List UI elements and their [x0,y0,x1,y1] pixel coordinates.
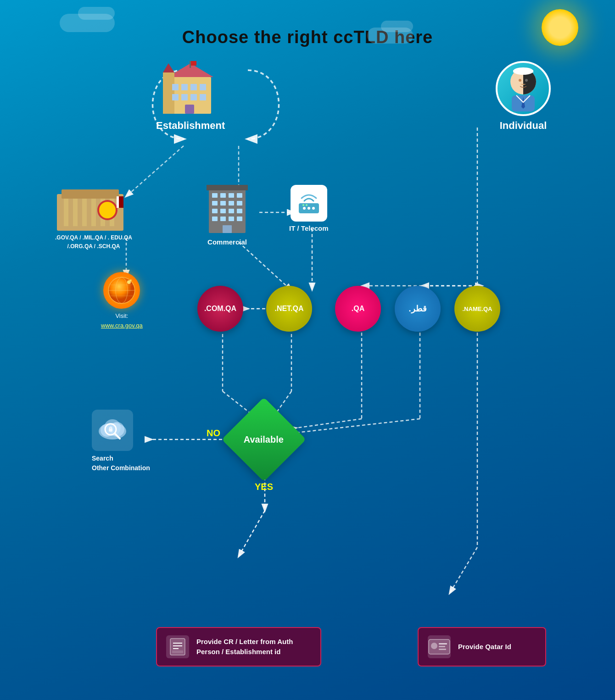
svg-rect-78 [229,209,234,213]
svg-rect-36 [185,105,194,114]
search-cloud-icon [94,412,131,449]
svg-rect-48 [64,199,68,226]
svg-rect-57 [117,196,119,208]
qid-box-text: Provide Qatar Id [458,642,511,652]
svg-rect-38 [191,61,196,66]
svg-rect-26 [163,72,174,114]
it-telecom-label: IT / Telecom [289,224,329,232]
globe-visit-label: Visit: www.cra.gov.qa [101,311,143,331]
svg-rect-34 [190,94,197,100]
svg-rect-75 [237,201,242,206]
svg-point-86 [303,207,306,210]
svg-rect-83 [237,217,242,221]
svg-rect-76 [212,209,218,213]
svg-point-87 [308,207,310,210]
it-telecom-node: IT / Telecom [289,185,329,232]
person-icon [500,66,546,111]
wifi-router-icon [295,189,323,217]
commercial-node: Commercial [207,185,248,246]
svg-point-55 [99,202,116,218]
yes-label: YES [255,482,273,492]
flowchart-diagram: Establishment [55,61,560,694]
flowchart-lines [55,61,560,694]
it-icon-box [291,185,327,222]
svg-rect-68 [212,193,218,198]
establishment-node: Establishment [156,61,225,132]
svg-line-20 [450,547,477,593]
qid-icon [428,635,451,658]
qa-node[interactable]: .QA [335,286,381,332]
svg-rect-51 [91,199,96,226]
individual-label: Individual [500,120,547,132]
sun-decoration [542,9,578,46]
svg-rect-80 [212,217,218,221]
action-cr-box: Provide CR / Letter from Auth Person / E… [156,627,321,667]
svg-point-45 [525,79,528,82]
svg-rect-107 [439,646,445,647]
com-qa-circle[interactable]: .COM.QA [197,286,243,332]
no-label: NO [207,428,220,439]
search-icon-box [92,410,133,451]
svg-point-44 [519,79,521,82]
qatar-circle[interactable]: .قطر [395,286,441,332]
svg-rect-35 [200,94,206,100]
svg-point-89 [302,204,304,206]
svg-rect-106 [439,643,447,644]
building-icon [161,61,220,116]
commercial-label: Commercial [207,238,247,246]
qatar-node[interactable]: .قطر [395,286,441,332]
svg-rect-71 [237,193,242,198]
net-qa-circle[interactable]: .NET.QA [266,286,312,332]
document-icon-svg [168,638,187,656]
svg-rect-72 [212,201,218,206]
svg-rect-70 [229,193,234,198]
svg-rect-33 [181,94,188,100]
svg-rect-82 [229,217,234,221]
svg-point-105 [431,643,437,649]
individual-node: Individual [496,61,551,132]
cra-link[interactable]: www.cra.gov.qa [101,322,143,329]
svg-rect-50 [82,199,87,226]
govt-node: .GOV.QA / .MIL.QA / . EDU.QA /.ORG.QA / … [55,189,132,251]
svg-rect-47 [62,189,119,199]
search-label: Search Other Combination [92,454,150,473]
svg-marker-27 [163,63,174,72]
svg-rect-69 [220,193,226,198]
net-qa-node[interactable]: .NET.QA [266,286,312,332]
available-diamond: Available [222,397,306,482]
svg-rect-49 [73,199,78,226]
cloud-4 [381,21,413,32]
svg-rect-30 [190,84,197,90]
svg-point-88 [312,207,315,210]
individual-avatar [496,61,551,116]
commercial-building-icon [207,185,248,235]
svg-point-65 [130,279,132,281]
name-qa-node[interactable]: .NAME.QA [454,286,500,332]
govt-domains-label: .GOV.QA / .MIL.QA / . EDU.QA /.ORG.QA / … [55,233,132,251]
svg-line-0 [126,146,184,196]
available-node: Available NO YES [234,410,294,469]
svg-rect-67 [207,185,248,190]
svg-rect-31 [200,84,206,90]
svg-rect-73 [220,201,226,206]
com-qa-node[interactable]: .COM.QA [197,286,243,332]
svg-rect-37 [190,61,191,68]
available-label: Available [244,434,284,445]
svg-rect-29 [181,84,188,90]
establishment-label: Establishment [156,120,225,132]
svg-rect-81 [220,217,226,221]
action-qid-box: Provide Qatar Id [418,627,546,667]
svg-rect-108 [439,649,446,650]
svg-rect-32 [172,94,179,100]
qa-circle[interactable]: .QA [335,286,381,332]
svg-point-90 [306,204,308,206]
svg-line-18 [297,419,420,433]
cr-box-text: Provide CR / Letter from Auth Person / E… [196,637,311,657]
cloud-2 [78,7,115,20]
svg-rect-84 [223,225,232,233]
svg-rect-97 [109,428,112,432]
id-card-icon-svg [428,638,451,656]
govt-building-icon [57,189,130,231]
name-qa-circle[interactable]: .NAME.QA [454,286,500,332]
globe-node: Visit: www.cra.gov.qa [101,272,143,331]
